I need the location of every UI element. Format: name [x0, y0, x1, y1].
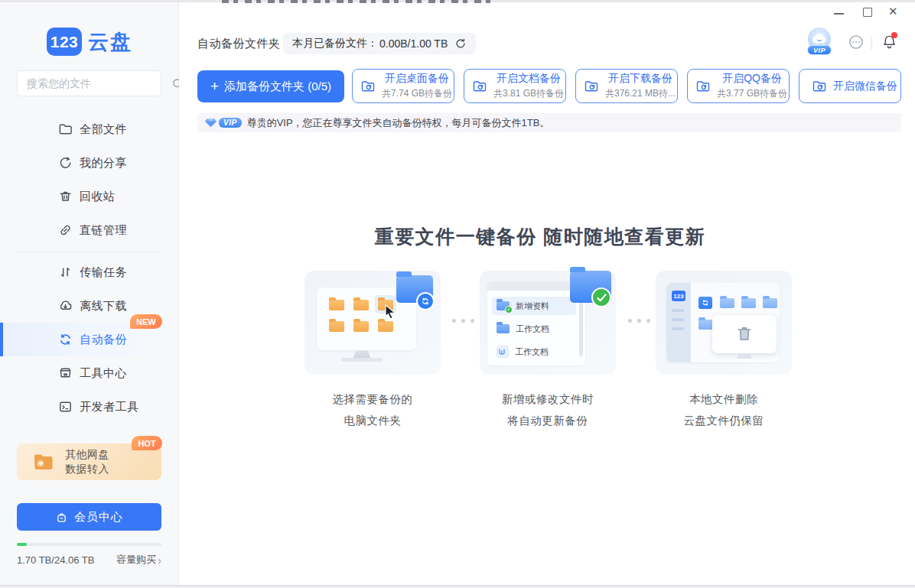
- toolbox-icon: [58, 366, 73, 381]
- clipped-window-text: [222, 0, 491, 3]
- chevron-right-icon: ›: [158, 555, 161, 565]
- sidebar-line: [672, 327, 684, 330]
- enable-qq-backup-button[interactable]: 开启QQ备份共3.77 GB待备份: [687, 69, 790, 103]
- new-badge: NEW: [130, 314, 162, 329]
- sync-folder-tile: [698, 297, 712, 309]
- trash-icon: [735, 324, 754, 344]
- folder-icon: [329, 321, 344, 332]
- hot-badge: HOT: [132, 436, 162, 450]
- page-title: 自动备份文件夹: [197, 37, 281, 51]
- file-row: ✓ 新增资料: [492, 297, 576, 315]
- close-button[interactable]: ✕: [888, 5, 898, 18]
- cloud-download-icon: [58, 299, 73, 313]
- storage-progress-bar: [17, 543, 161, 546]
- mini-logo-123: 123: [672, 291, 685, 301]
- file-row: 工作文档: [492, 343, 576, 361]
- sidebar-item-transfer-tasks[interactable]: 传输任务: [0, 255, 179, 289]
- folder-icon: [353, 321, 369, 332]
- vip-diamond-icon: VIP: [205, 118, 242, 128]
- link-icon: [58, 223, 73, 238]
- folder-icon: [378, 321, 393, 332]
- logo-123-icon: 123: [47, 28, 82, 56]
- search-box[interactable]: [17, 70, 161, 96]
- sidebar-item-all-files[interactable]: 全部文件: [0, 112, 179, 146]
- sidebar-nav-primary: 全部文件 我的分享 回收站 直链管理: [0, 112, 179, 247]
- storage-usage: 1.70 TB/24.06 TB: [17, 554, 94, 566]
- transfer-icon: [58, 265, 73, 280]
- add-backup-folder-button[interactable]: + 添加备份文件夹 (0/5): [197, 70, 344, 102]
- folder-icon: [741, 298, 756, 308]
- enable-desktop-backup-button[interactable]: 开启桌面备份共7.74 GB待备份: [352, 69, 454, 103]
- sidebar-item-tool-center[interactable]: 工具中心: [0, 356, 179, 390]
- main-panel: ✕ 自动备份文件夹 本月已备份文件： 0.00B/1.00 TB VIP + 添…: [179, 0, 915, 585]
- quota-label: 本月已备份文件：: [292, 37, 378, 50]
- more-options-icon[interactable]: [848, 34, 864, 50]
- storage-row: 1.70 TB/24.06 TB 容量购买 ›: [17, 553, 161, 567]
- folder-icon: [698, 320, 713, 330]
- pc-stand: [737, 353, 752, 359]
- sidebar-nav-secondary: 传输任务 离线下载 自动备份 NEW 工具中心 开发者工具: [0, 255, 179, 424]
- sidebar-item-developer-tools[interactable]: 开发者工具: [0, 390, 179, 424]
- quota-value: 0.00B/1.00 TB: [379, 37, 448, 50]
- refresh-icon[interactable]: [454, 37, 467, 50]
- sidebar-item-recycle-bin[interactable]: 回收站: [0, 180, 179, 213]
- monitor-stand: [353, 350, 370, 358]
- step3-illustration: 123: [656, 271, 792, 375]
- minimize-button[interactable]: [834, 13, 844, 15]
- window-bottom-edge: [0, 585, 915, 588]
- folder-transfer-icon: [32, 452, 55, 472]
- folder-icon: [58, 122, 73, 137]
- folder-sync-icon: [472, 79, 487, 94]
- file-row: 工作文档: [492, 320, 576, 338]
- enable-downloads-backup-button[interactable]: 开启下载备份共376.21 MB待...: [575, 69, 678, 103]
- folder-icon: [497, 324, 510, 333]
- panel-scrollbar: [579, 295, 583, 356]
- local-pc: [712, 315, 777, 353]
- terminal-icon: [58, 400, 73, 414]
- folder-icon: ✓: [497, 301, 510, 310]
- member-icon: [55, 511, 68, 524]
- active-indicator: [0, 323, 3, 356]
- enable-documents-backup-button[interactable]: 开启文档备份共3.81 GB待备份: [464, 69, 566, 103]
- sidebar-line: [672, 309, 684, 312]
- folder-icon: [329, 300, 344, 310]
- check-badge-icon: [591, 288, 611, 307]
- avatar-vip-badge: VIP: [807, 45, 832, 55]
- enable-wechat-backup-button[interactable]: 开启微信备份: [799, 69, 901, 103]
- step3-caption: 本地文件删除 云盘文件仍保留: [640, 388, 808, 431]
- sidebar-item-auto-backup[interactable]: 自动备份 NEW: [0, 323, 179, 356]
- sidebar-item-direct-links[interactable]: 直链管理: [0, 213, 179, 247]
- step1-caption: 选择需要备份的 电脑文件夹: [288, 388, 457, 431]
- folder-sync-icon: [812, 79, 827, 94]
- logo-name: 云盘: [88, 28, 132, 56]
- search-input[interactable]: [18, 77, 171, 89]
- plus-icon: +: [210, 79, 219, 93]
- header-divider: [871, 36, 872, 50]
- app-window: 123 云盘 全部文件 我的分享 回收站 直链管理: [0, 0, 915, 588]
- trash-icon: [58, 190, 73, 204]
- buy-capacity-link[interactable]: 容量购买 ›: [116, 553, 161, 567]
- folder-sync-icon: [695, 79, 711, 94]
- step-separator-dots: [628, 319, 650, 323]
- folder-sync-icon: [584, 79, 599, 94]
- app-logo: 123 云盘: [0, 28, 179, 56]
- folder-icon: [763, 298, 777, 308]
- notification-bell-icon[interactable]: [882, 34, 897, 50]
- sync-badge-icon: [416, 292, 435, 310]
- drive-sidebar: 123: [666, 283, 691, 362]
- sidebar-divider: [17, 252, 162, 252]
- sidebar-item-my-shares[interactable]: 我的分享: [0, 146, 179, 180]
- vip-notice-bar: VIP 尊贵的VIP，您正在尊享文件夹自动备份特权，每月可备份文件1TB。: [197, 113, 901, 132]
- member-center-button[interactable]: 会员中心: [17, 503, 161, 531]
- sidebar-line: [672, 318, 684, 321]
- maximize-button[interactable]: [863, 8, 872, 17]
- folder-icon: [720, 298, 734, 308]
- vip-notice-text: 尊贵的VIP，您正在尊享文件夹自动备份特权，每月可备份文件1TB。: [247, 116, 550, 130]
- storage-progress-fill: [17, 543, 27, 546]
- folder-icon: [353, 300, 369, 310]
- folder-sync-icon: [360, 79, 376, 94]
- sidebar: 123 云盘 全部文件 我的分享 回收站 直链管理: [0, 0, 179, 585]
- notification-dot: [891, 32, 897, 38]
- promo-text: 其他网盘 数据转入: [65, 447, 109, 476]
- monitor-base: [341, 358, 383, 362]
